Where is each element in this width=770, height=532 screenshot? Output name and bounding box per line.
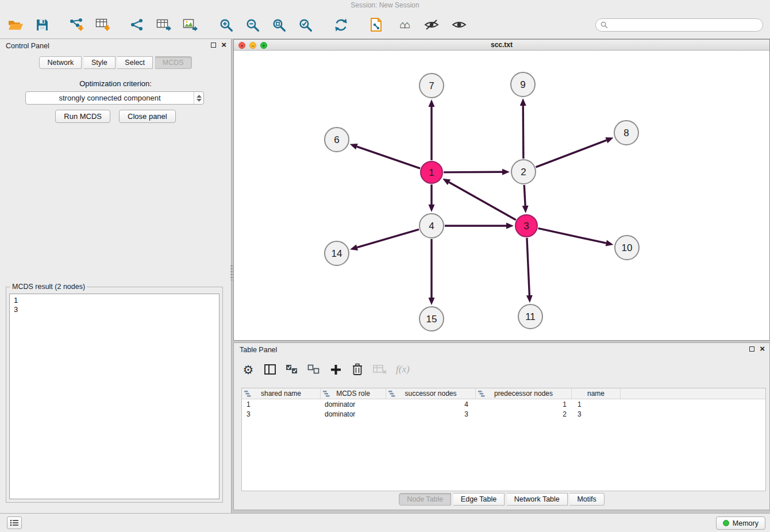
result-line: 1 xyxy=(14,296,215,305)
cell-name[interactable]: 3 xyxy=(572,410,621,418)
graph-edge-arrow xyxy=(506,223,514,229)
column-pane-icon[interactable] xyxy=(264,362,276,377)
run-mcds-button[interactable]: Run MCDS xyxy=(55,110,110,123)
first-neighbors-icon[interactable]: ⌂⌂ xyxy=(394,15,414,34)
open-file-icon[interactable] xyxy=(6,15,25,34)
graph-edge-1-6[interactable] xyxy=(357,147,420,168)
select-all-icon[interactable] xyxy=(286,362,298,377)
show-graphics-details-icon[interactable] xyxy=(449,15,469,34)
search-field[interactable] xyxy=(595,18,763,32)
table-panel-header: Table Panel × xyxy=(234,343,769,357)
import-table-from-file-icon[interactable] xyxy=(93,15,113,34)
cell-successor-nodes[interactable]: 4 xyxy=(386,400,476,408)
list-icon xyxy=(10,519,19,526)
titlebar: Session: New Session xyxy=(0,0,770,11)
cell-predecessor-nodes[interactable]: 2 xyxy=(476,410,572,418)
graph-node-label: 9 xyxy=(520,79,525,90)
hide-graphics-details-icon[interactable] xyxy=(422,15,441,34)
optimization-criterion-label: Optimization criterion: xyxy=(0,79,231,88)
import-network-from-file-icon[interactable] xyxy=(67,15,86,34)
right-area: × − + scc.txt 7968124314101511 Table Pan… xyxy=(233,39,770,513)
tab-network-table[interactable]: Network Table xyxy=(507,493,568,506)
search-icon xyxy=(600,21,608,29)
table-row[interactable]: 3 dominator 3 2 3 xyxy=(242,409,765,419)
import-network-icon[interactable] xyxy=(128,15,147,34)
cell-name[interactable]: 1 xyxy=(572,400,621,408)
table-settings-gear-icon[interactable]: ⚙ xyxy=(242,362,255,377)
cell-predecessor-nodes[interactable]: 1 xyxy=(476,400,572,408)
column-header-successor-nodes[interactable]: successor nodes xyxy=(386,388,476,399)
mcds-result-box[interactable]: 1 3 xyxy=(9,294,220,499)
tab-style[interactable]: Style xyxy=(84,56,116,69)
export-table-icon[interactable] xyxy=(154,15,174,34)
task-history-button[interactable] xyxy=(7,516,22,529)
graph-node-label: 6 xyxy=(334,134,339,145)
graph-edge-2-8[interactable] xyxy=(536,140,607,167)
graph-edge-3-10[interactable] xyxy=(538,228,606,243)
close-panel-button[interactable]: Close panel xyxy=(119,110,176,123)
zoom-in-icon[interactable] xyxy=(216,15,236,34)
table-row[interactable]: 1 dominator 4 1 1 xyxy=(242,399,765,409)
zoom-out-icon[interactable] xyxy=(242,15,262,34)
cell-mcds-role[interactable]: dominator xyxy=(321,410,386,418)
control-panel-header: Control Panel × xyxy=(0,39,231,53)
cell-shared-name[interactable]: 1 xyxy=(242,400,321,408)
graph-edge-2-9[interactable] xyxy=(523,106,523,159)
tab-mcds[interactable]: MCDS xyxy=(155,56,192,69)
splitter-handle[interactable] xyxy=(230,265,233,280)
tab-motifs[interactable]: Motifs xyxy=(569,493,604,506)
memory-button[interactable]: Memory xyxy=(716,516,765,530)
zoom-selected-icon[interactable] xyxy=(295,15,315,34)
close-window-icon[interactable]: × xyxy=(238,42,245,49)
delete-column-trash-icon[interactable] xyxy=(351,362,364,377)
optimization-criterion-dropdown[interactable]: strongly connected component xyxy=(25,91,204,105)
control-panel: Control Panel × Network Style Select MCD… xyxy=(0,39,232,513)
table-panel-tabs: Node Table Edge Table Network Table Moti… xyxy=(234,493,769,506)
cell-shared-name[interactable]: 3 xyxy=(242,410,321,418)
graph-node-label: 2 xyxy=(521,167,526,178)
column-header-name[interactable]: name xyxy=(572,388,621,399)
graph-edge-arrow xyxy=(520,98,526,106)
deselect-all-icon[interactable] xyxy=(307,362,320,377)
minimize-window-icon[interactable]: − xyxy=(249,42,256,49)
cell-mcds-role[interactable]: dominator xyxy=(321,400,386,408)
column-header-shared-name[interactable]: shared name xyxy=(242,388,321,399)
close-table-panel-icon[interactable]: × xyxy=(760,345,765,352)
graph-node-label: 11 xyxy=(525,311,536,322)
tab-edge-table[interactable]: Edge Table xyxy=(453,493,505,506)
close-panel-icon[interactable]: × xyxy=(221,41,226,48)
graph-edge-3-11[interactable] xyxy=(527,238,529,295)
tab-node-table[interactable]: Node Table xyxy=(399,493,451,506)
graph-edge-2-3[interactable] xyxy=(524,185,525,206)
node-table: shared name MCDS role successor nodes pr… xyxy=(241,388,766,491)
column-header-predecessor-nodes[interactable]: predecessor nodes xyxy=(476,388,572,399)
house-icon: ⌂ xyxy=(404,20,409,30)
house-icon: ⌂ xyxy=(399,20,404,30)
network-canvas[interactable]: 7968124314101511 xyxy=(234,51,769,340)
save-session-icon[interactable] xyxy=(32,15,52,34)
cell-successor-nodes[interactable]: 3 xyxy=(386,410,476,418)
refresh-icon[interactable] xyxy=(331,15,351,34)
window-title: Session: New Session xyxy=(351,1,419,9)
float-panel-icon[interactable] xyxy=(211,43,216,48)
tab-select[interactable]: Select xyxy=(117,56,153,69)
search-input[interactable] xyxy=(608,21,758,29)
network-window-titlebar[interactable]: × − + scc.txt xyxy=(234,40,769,51)
float-table-panel-icon[interactable] xyxy=(749,346,754,352)
export-image-icon[interactable] xyxy=(180,15,200,34)
graph-edge-3-1[interactable] xyxy=(449,182,515,220)
graph-edge-1-2[interactable] xyxy=(444,172,502,172)
delete-table-icon-disabled xyxy=(373,362,387,377)
add-column-icon[interactable] xyxy=(329,362,342,377)
zoom-fit-icon[interactable] xyxy=(269,15,288,34)
tab-network[interactable]: Network xyxy=(39,56,82,69)
graph-edge-arrow xyxy=(429,205,435,212)
clone-network-icon[interactable] xyxy=(367,15,386,34)
column-header-filler xyxy=(621,388,765,399)
maximize-window-icon[interactable]: + xyxy=(260,42,267,49)
column-header-mcds-role[interactable]: MCDS role xyxy=(321,388,386,399)
graph-edge-4-14[interactable] xyxy=(357,229,419,247)
graph-svg: 7968124314101511 xyxy=(234,51,769,341)
graph-node-label: 3 xyxy=(523,221,529,232)
table-header-row: shared name MCDS role successor nodes pr… xyxy=(242,388,765,399)
